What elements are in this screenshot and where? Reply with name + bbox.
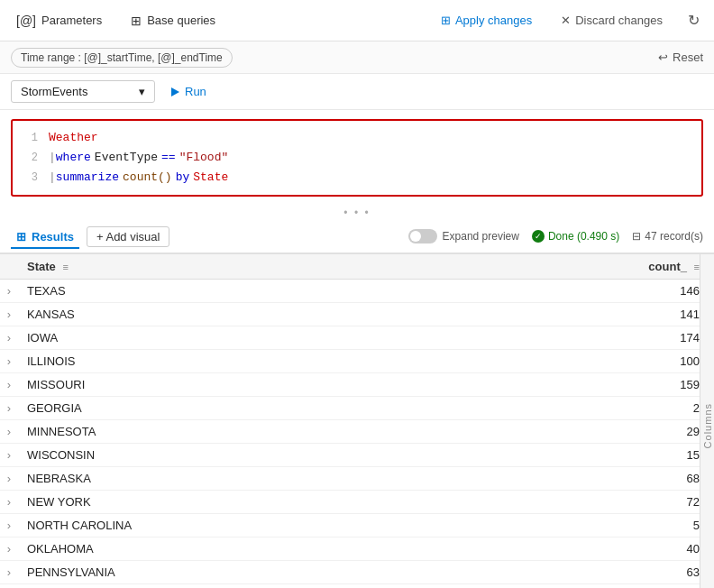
- row-expand-icon[interactable]: ›: [0, 397, 18, 420]
- table-row[interactable]: › NEBRASKA 68: [0, 467, 714, 491]
- results-tab-label: Results: [32, 230, 74, 243]
- row-count: 159: [451, 373, 714, 397]
- table-row[interactable]: › NEW YORK 72: [0, 491, 714, 514]
- apply-icon: ⊞: [441, 14, 451, 27]
- row-count: 29: [451, 420, 714, 444]
- state-col-label: State: [27, 260, 56, 273]
- table-row[interactable]: › NORTH CAROLINA 5: [0, 514, 714, 537]
- row-count: 68: [451, 467, 714, 491]
- add-visual-button[interactable]: + Add visual: [87, 226, 169, 247]
- row-expand-icon[interactable]: ›: [0, 491, 18, 514]
- code-pipe-2: |: [49, 148, 56, 168]
- row-count: 174: [451, 326, 714, 350]
- results-tab[interactable]: ⊞ Results: [11, 226, 79, 249]
- row-expand-icon[interactable]: ›: [0, 537, 18, 561]
- toolbar-left: [@] Parameters ⊞ Base queries: [11, 10, 416, 32]
- code-eventtype-field: EventType: [95, 148, 158, 168]
- table-row[interactable]: › GEORGIA 2: [0, 397, 714, 420]
- run-button[interactable]: Run: [164, 81, 214, 102]
- row-count: 72: [451, 491, 714, 514]
- drag-dots: • • •: [343, 207, 370, 219]
- row-count: 2: [451, 397, 714, 420]
- apply-changes-button[interactable]: ⊞ Apply changes: [434, 10, 539, 31]
- dataset-name: StormEvents: [21, 85, 87, 98]
- base-queries-label: Base queries: [147, 14, 215, 27]
- table-row[interactable]: › MINNESOTA 29: [0, 420, 714, 444]
- expand-preview-label: Expand preview: [443, 230, 519, 243]
- add-visual-label: + Add visual: [96, 230, 160, 243]
- count-col-header[interactable]: count_ ≡: [451, 254, 714, 280]
- code-flood-value: "Flood": [179, 148, 229, 168]
- table-row[interactable]: › OKLAHOMA 40: [0, 537, 714, 561]
- dataset-dropdown[interactable]: StormEvents ▾: [11, 80, 155, 103]
- row-state: PENNSYLVANIA: [18, 561, 451, 584]
- row-state: NEW YORK: [18, 491, 451, 514]
- discard-changes-button[interactable]: ✕ Discard changes: [554, 10, 670, 31]
- row-expand-icon[interactable]: ›: [0, 420, 18, 444]
- code-line-2: 2 | where EventType == "Flood": [16, 148, 698, 168]
- table-row[interactable]: › PENNSYLVANIA 63: [0, 561, 714, 584]
- expand-preview-toggle[interactable]: Expand preview: [408, 229, 519, 243]
- table-row[interactable]: › MISSOURI 159: [0, 373, 714, 397]
- parameters-tab[interactable]: [@] Parameters: [11, 10, 107, 32]
- base-queries-icon: ⊞: [131, 14, 142, 28]
- reset-button[interactable]: ↩ Reset: [658, 51, 703, 64]
- code-summarize-kw: summarize: [56, 168, 119, 188]
- count-col-label: count_: [648, 260, 687, 273]
- check-icon: ✓: [532, 230, 545, 243]
- results-toolbar: ⊞ Results + Add visual Expand preview ✓ …: [0, 220, 714, 254]
- toggle-switch[interactable]: [408, 229, 437, 243]
- code-editor[interactable]: 1 Weather 2 | where EventType == "Flood"…: [11, 119, 703, 197]
- row-count: 146: [451, 280, 714, 303]
- line-num-2: 2: [20, 148, 38, 168]
- code-line-3: 3 | summarize count() by State: [16, 168, 698, 188]
- row-expand-icon[interactable]: ›: [0, 326, 18, 350]
- row-expand-icon[interactable]: ›: [0, 444, 18, 467]
- apply-label: Apply changes: [455, 14, 532, 27]
- time-range-label: Time range : [@]_startTime, [@]_endTime: [21, 51, 223, 64]
- table-row[interactable]: › ILLINOIS 100: [0, 350, 714, 373]
- line-num-3: 3: [20, 168, 38, 188]
- top-toolbar: [@] Parameters ⊞ Base queries ⊞ Apply ch…: [0, 0, 714, 41]
- code-eq-op: ==: [161, 148, 176, 168]
- row-state: WISCONSIN: [18, 444, 451, 467]
- row-expand-icon[interactable]: ›: [0, 303, 18, 326]
- state-col-menu-icon[interactable]: ≡: [62, 262, 68, 272]
- row-expand-icon[interactable]: ›: [0, 467, 18, 491]
- columns-panel-label[interactable]: Columns: [702, 403, 713, 448]
- row-expand-icon[interactable]: ›: [0, 350, 18, 373]
- row-expand-icon[interactable]: ›: [0, 514, 18, 537]
- row-expand-icon[interactable]: ›: [0, 373, 18, 397]
- table-row[interactable]: › IOWA 174: [0, 326, 714, 350]
- row-count: 5: [451, 514, 714, 537]
- play-icon: [171, 87, 179, 96]
- table-row[interactable]: › KANSAS 141: [0, 303, 714, 326]
- status-done: ✓ Done (0.490 s): [532, 230, 619, 243]
- base-queries-tab[interactable]: ⊞ Base queries: [125, 10, 221, 32]
- drag-handle[interactable]: • • •: [0, 206, 714, 220]
- code-line-1: 1 Weather: [16, 128, 698, 148]
- run-label: Run: [185, 85, 206, 98]
- state-col-header[interactable]: State ≡: [18, 254, 451, 280]
- row-expand-icon[interactable]: ›: [0, 280, 18, 303]
- time-range-pill[interactable]: Time range : [@]_startTime, [@]_endTime: [11, 48, 233, 68]
- table-row[interactable]: › WISCONSIN 15: [0, 444, 714, 467]
- row-count: 63: [451, 561, 714, 584]
- row-state: NORTH CAROLINA: [18, 514, 451, 537]
- table-row[interactable]: › TEXAS 146: [0, 280, 714, 303]
- main-content: State ≡ count_ ≡ › TEXAS 146 › KANSAS 14…: [0, 254, 714, 588]
- parameters-icon: [@]: [16, 14, 36, 28]
- row-state: MINNESOTA: [18, 420, 451, 444]
- parameters-label: Parameters: [41, 14, 102, 27]
- records-label: 47 record(s): [645, 230, 703, 243]
- row-state: GEORGIA: [18, 397, 451, 420]
- refresh-button[interactable]: ↻: [684, 8, 703, 32]
- reset-label: Reset: [673, 51, 703, 64]
- records-icon: ⊟: [632, 230, 641, 243]
- columns-panel[interactable]: Columns: [700, 254, 714, 588]
- table-wrapper[interactable]: State ≡ count_ ≡ › TEXAS 146 › KANSAS 14…: [0, 254, 714, 588]
- row-expand-icon[interactable]: ›: [0, 561, 18, 584]
- row-state: ILLINOIS: [18, 350, 451, 373]
- row-state: OKLAHOMA: [18, 537, 451, 561]
- code-where-kw: where: [56, 148, 91, 168]
